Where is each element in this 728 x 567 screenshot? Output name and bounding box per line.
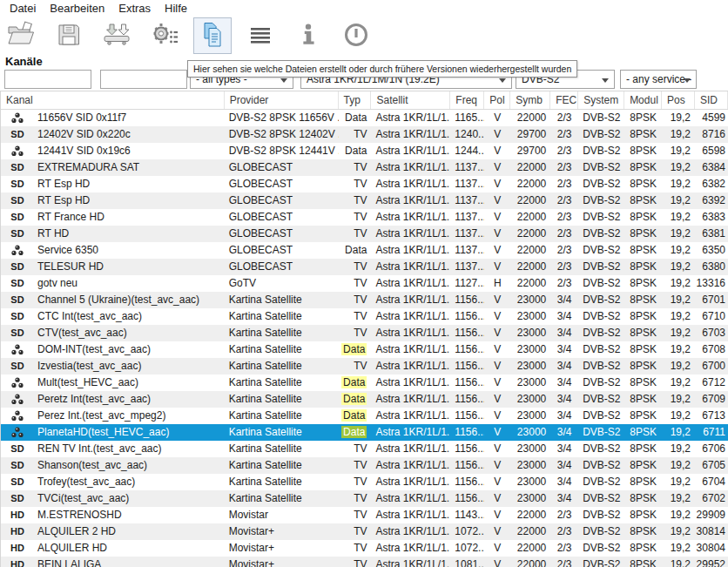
- list-button[interactable]: [241, 17, 280, 54]
- menu-extras[interactable]: Extras: [111, 1, 158, 16]
- system-cell: DVB-S2: [578, 540, 624, 557]
- table-row[interactable]: SDREN TV Int.(test_avc_aac)Kartina Satel…: [1, 441, 728, 457]
- info-button[interactable]: [289, 17, 327, 54]
- satellite-cell: Astra 1KR/1L/1...: [371, 441, 450, 457]
- table-row[interactable]: HDALQUILER 2 HDMovistar+TVAstra 1KR/1L/1…: [1, 523, 728, 540]
- service-filter-dropdown[interactable]: - any service -: [620, 70, 697, 89]
- pos-cell: 19,2: [662, 308, 695, 325]
- quality-badge: SD: [1, 209, 34, 226]
- pol-cell: V: [484, 226, 510, 242]
- provider-cell: GLOBECAST: [225, 242, 339, 259]
- freq-cell: 1072...: [450, 523, 484, 540]
- channel-cell: Mult(test_HEVC_aac): [1, 375, 225, 391]
- table-row[interactable]: 12441V SID 0x19c6DVB-S2 8PSK 12441V ...D…: [1, 143, 728, 159]
- table-row[interactable]: Peretz Int(test_avc_aac)Kartina Satellit…: [1, 391, 728, 408]
- column-header-fec[interactable]: FEC: [550, 91, 578, 109]
- table-row[interactable]: SD12402V SID 0x220cDVB-S2 8PSK 12402V ..…: [1, 126, 728, 143]
- modul-cell: 8PSK: [624, 490, 662, 507]
- column-header-kanal[interactable]: Kanal: [1, 91, 225, 109]
- table-row[interactable]: SDTrofey(test_avc_aac)Kartina SatelliteT…: [1, 474, 728, 490]
- table-row[interactable]: Perez Int.(test_avc_mpeg2)Kartina Satell…: [1, 408, 728, 424]
- column-header-system[interactable]: System: [578, 91, 624, 109]
- provider-search-input[interactable]: [100, 70, 187, 89]
- menu-datei[interactable]: Datei: [3, 1, 43, 16]
- provider-cell: GLOBECAST: [225, 192, 339, 209]
- power-button[interactable]: [337, 17, 375, 54]
- table-row[interactable]: SDEXTREMADURA SATGLOBECASTTVAstra 1KR/1L…: [1, 159, 728, 176]
- table-row[interactable]: SDShanson(test_avc_aac)Kartina Satellite…: [1, 457, 728, 474]
- channel-name: Trofey(test_avc_aac): [34, 474, 135, 490]
- quality-badge: SD: [1, 159, 34, 176]
- channel-name: Channel 5 (Ukraine)(test_avc_aac): [34, 292, 199, 308]
- pol-cell: V: [484, 474, 510, 490]
- copy-files-button[interactable]: [193, 17, 232, 54]
- table-row[interactable]: SDCTV(test_avc_aac)Kartina SatelliteTVAs…: [1, 325, 728, 341]
- type-value: TV: [354, 128, 367, 140]
- table-row[interactable]: SDRT HDGLOBECASTTVAstra 1KR/1L/1...1137.…: [1, 226, 728, 242]
- column-header-sid[interactable]: SID: [695, 91, 728, 109]
- table-row[interactable]: SDTVCi(test_avc_aac)Kartina SatelliteTVA…: [1, 490, 728, 507]
- table-row[interactable]: HDALQUILER HDMovistar+TVAstra 1KR/1L/1..…: [1, 540, 728, 557]
- symb-cell: 22000: [510, 110, 550, 126]
- column-header-freq[interactable]: Freq: [450, 91, 484, 109]
- table-row[interactable]: SDTELESUR HDGLOBECASTTVAstra 1KR/1L/1...…: [1, 259, 728, 275]
- freq-cell: 1137...: [450, 209, 484, 226]
- column-header-typ[interactable]: Typ: [339, 91, 372, 109]
- symb-cell: 22000: [510, 159, 550, 176]
- save-button[interactable]: [50, 17, 88, 54]
- fec-cell: 2/3: [550, 192, 578, 209]
- provider-cell: DVB-S2 8PSK 12402V ...: [225, 126, 339, 143]
- symb-cell: 23000: [510, 490, 550, 507]
- modul-cell: 8PSK: [624, 441, 662, 457]
- channel-search-input[interactable]: [4, 70, 91, 89]
- table-row[interactable]: DOM-INT(test_avc_aac)Kartina SatelliteDa…: [1, 341, 728, 358]
- column-header-pos[interactable]: Pos: [662, 91, 695, 109]
- channel-name: Service 6350: [34, 242, 98, 259]
- type-value: Data: [345, 111, 367, 124]
- pol-cell: V: [484, 308, 510, 325]
- symb-cell: 23000: [510, 457, 550, 474]
- menu-hilfe[interactable]: Hilfe: [158, 1, 194, 16]
- column-header-pol[interactable]: Pol: [484, 91, 510, 109]
- symb-cell: 23000: [510, 341, 550, 358]
- satellite-cell: Astra 1KR/1L/1...: [371, 242, 450, 259]
- table-row[interactable]: HDM.ESTRENOSHDMovistarTVAstra 1KR/1L/1..…: [1, 507, 728, 523]
- type-value: TV: [354, 310, 367, 322]
- system-cell: DVB-S2: [578, 259, 624, 275]
- open-button[interactable]: [2, 17, 40, 54]
- table-row[interactable]: SDRT France HDGLOBECASTTVAstra 1KR/1L/1.…: [1, 209, 728, 226]
- table-row[interactable]: Service 6350GLOBECASTDataAstra 1KR/1L/1.…: [1, 242, 728, 259]
- menu-bearbeiten[interactable]: Bearbeiten: [43, 1, 111, 16]
- channel-name: ALQUILER 2 HD: [34, 523, 116, 540]
- type-cell: Data: [339, 391, 372, 408]
- channel-cell: SDRT HD: [1, 226, 225, 242]
- pos-cell: 19,2: [662, 507, 695, 523]
- column-header-provider[interactable]: Provider: [225, 91, 339, 109]
- column-header-satellit[interactable]: Satellit: [371, 91, 450, 109]
- table-row[interactable]: 11656V SID 0x11f7DVB-S2 8PSK 11656V ...D…: [1, 110, 728, 126]
- settings-button[interactable]: [145, 17, 184, 54]
- table-row[interactable]: SDRT Esp HDGLOBECASTTVAstra 1KR/1L/1...1…: [1, 176, 728, 192]
- table-row[interactable]: SDRT Esp HDGLOBECASTTVAstra 1KR/1L/1...1…: [1, 192, 728, 209]
- pol-cell: V: [484, 110, 510, 126]
- pol-cell: V: [484, 391, 510, 408]
- table-row[interactable]: SDCTC Int(test_avc_aac)Kartina Satellite…: [1, 308, 728, 325]
- quality-badge: HD: [1, 507, 34, 523]
- modul-cell: 8PSK: [624, 110, 662, 126]
- sid-cell: 29909: [695, 507, 728, 523]
- table-row[interactable]: Mult(test_HEVC_aac)Kartina SatelliteData…: [1, 375, 728, 391]
- transfer-button[interactable]: [98, 17, 136, 54]
- satellite-cell: Astra 1KR/1L/1...: [371, 408, 450, 424]
- channel-name: EXTREMADURA SAT: [34, 159, 139, 176]
- pol-cell: V: [484, 242, 510, 259]
- freq-cell: 1137...: [450, 259, 484, 275]
- satellite-cell: Astra 1KR/1L/1...: [371, 490, 450, 507]
- table-row[interactable]: SDgotv neuGoTVTVAstra 1KR/1L/1...1127...…: [1, 275, 728, 292]
- table-row[interactable]: SDChannel 5 (Ukraine)(test_avc_aac)Karti…: [1, 292, 728, 308]
- table-row[interactable]: PlanetaHD(test_HEVC_aac)Kartina Satellit…: [1, 424, 728, 441]
- column-header-symb[interactable]: Symb: [510, 91, 550, 109]
- table-row[interactable]: SDIzvestia(test_avc_aac)Kartina Satellit…: [1, 358, 728, 375]
- modul-cell: 8PSK: [624, 159, 662, 176]
- column-header-modul[interactable]: Modul: [624, 91, 662, 109]
- table-row[interactable]: HDBEIN LALIGAMovistar+TVAstra 1KR/1L/1..…: [1, 557, 728, 567]
